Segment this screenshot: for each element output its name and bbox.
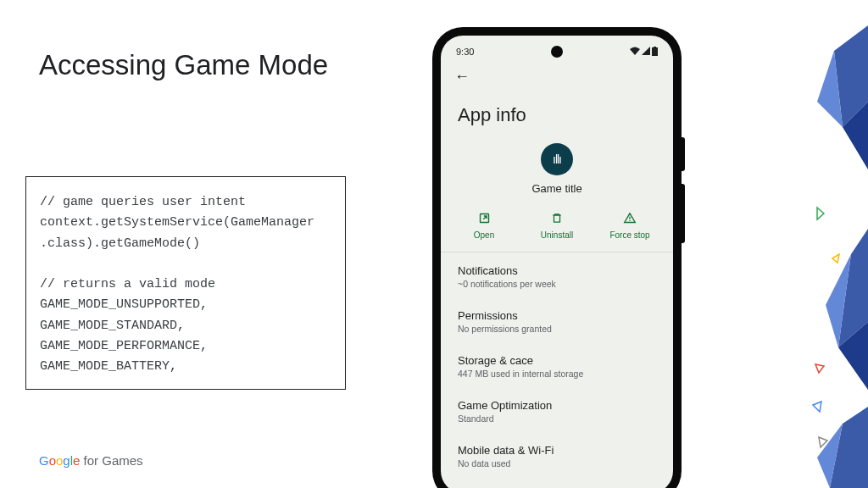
forcestop-button[interactable]: Force stop [593, 212, 666, 240]
back-row: ← [441, 59, 673, 89]
app-header: ıllı Game title [441, 140, 673, 207]
uninstall-button[interactable]: Uninstall [520, 212, 593, 240]
phone-screen: 9:30 ← App info ıllı Game title [441, 36, 673, 488]
page-title: App info [441, 89, 673, 140]
setting-sub: Standard [458, 413, 656, 424]
uninstall-label: Uninstall [520, 230, 593, 240]
warning-icon [593, 212, 666, 227]
open-label: Open [448, 230, 520, 240]
svg-marker-9 [830, 407, 868, 488]
signal-icon [642, 47, 650, 57]
phone-side-button [682, 137, 685, 171]
code-snippet: // game queries user intent context.getS… [25, 176, 346, 390]
slide-title: Accessing Game Mode [39, 49, 328, 81]
open-icon [448, 212, 520, 227]
settings-list: Notifications ~0 notifications per week … [441, 252, 673, 480]
status-bar: 9:30 [441, 36, 673, 59]
svg-marker-12 [832, 254, 839, 263]
svg-marker-6 [838, 229, 868, 347]
setting-sub: ~0 notifications per week [458, 279, 656, 289]
svg-marker-15 [819, 437, 827, 447]
setting-title: Storage & cace [458, 354, 656, 367]
setting-mobile-data[interactable]: Mobile data & Wi-Fi No data used [441, 434, 673, 479]
setting-notifications[interactable]: Notifications ~0 notifications per week [441, 254, 673, 299]
wifi-icon [630, 47, 640, 57]
svg-marker-14 [813, 402, 821, 412]
setting-title: Permissions [458, 309, 656, 322]
setting-storage[interactable]: Storage & cace 447 MB used in internal s… [441, 344, 673, 389]
setting-permissions[interactable]: Permissions No permissions granted [441, 299, 673, 344]
svg-marker-5 [817, 51, 843, 127]
setting-sub: No data used [458, 458, 656, 469]
svg-marker-7 [838, 322, 868, 390]
footer-logo: Google for Games [39, 453, 143, 468]
setting-sub: No permissions granted [458, 324, 656, 334]
status-time: 9:30 [456, 47, 474, 57]
forcestop-label: Force stop [593, 230, 666, 240]
setting-title: Notifications [458, 264, 656, 277]
svg-marker-10 [817, 424, 843, 488]
setting-sub: 447 MB used in internal storage [458, 369, 656, 379]
svg-rect-0 [652, 47, 658, 56]
app-icon[interactable]: ıllı [541, 143, 573, 175]
phone-frame: 9:30 ← App info ıllı Game title [432, 27, 682, 488]
svg-marker-8 [826, 254, 851, 347]
setting-title: Game Optimization [458, 399, 656, 412]
decorative-shapes [809, 0, 868, 488]
setting-title: Mobile data & Wi-Fi [458, 444, 656, 457]
svg-marker-11 [817, 208, 824, 219]
back-arrow-icon[interactable]: ← [454, 68, 470, 85]
svg-marker-13 [815, 364, 824, 373]
battery-icon [652, 47, 658, 58]
svg-marker-3 [834, 25, 868, 127]
phone-side-button [682, 184, 685, 243]
trash-icon [520, 212, 593, 227]
svg-marker-4 [843, 102, 868, 169]
waveform-icon: ıllı [553, 152, 561, 166]
action-row: Open Uninstall Force stop [441, 207, 673, 252]
app-name: Game title [441, 182, 673, 195]
svg-rect-1 [654, 47, 656, 47]
open-button[interactable]: Open [448, 212, 520, 240]
footer-text: for Games [80, 453, 142, 468]
setting-game-optimization[interactable]: Game Optimization Standard [441, 389, 673, 434]
